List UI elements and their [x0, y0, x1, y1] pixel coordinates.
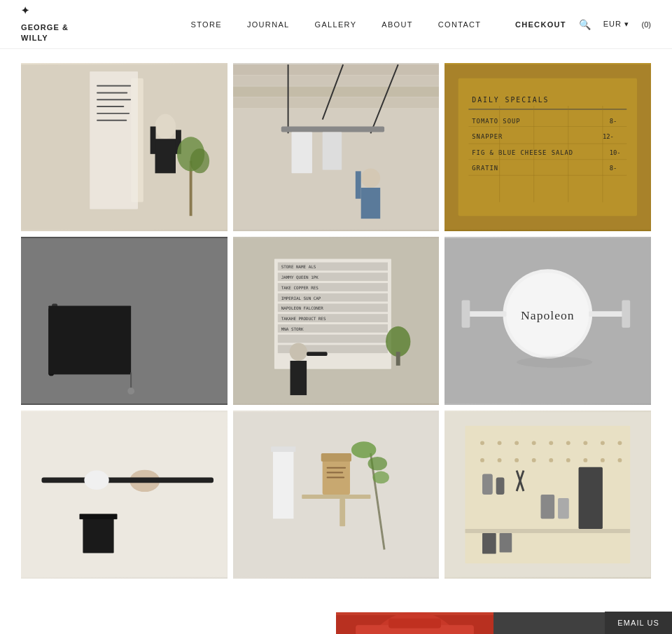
svg-point-130: [618, 458, 622, 462]
svg-text:DAILY SPECIALS: DAILY SPECIALS: [472, 96, 550, 104]
main-nav: STORE JOURNAL GALLERY ABOUT CONTACT: [191, 20, 482, 29]
svg-rect-80: [396, 352, 400, 366]
svg-point-122: [480, 458, 484, 462]
svg-rect-25: [281, 127, 384, 132]
svg-rect-139: [482, 533, 496, 553]
svg-text:8-: 8-: [610, 165, 617, 172]
svg-rect-26: [291, 132, 312, 173]
svg-rect-6: [97, 106, 124, 107]
footer-main: SIGN UP FOR OUR MAILER: [0, 584, 672, 634]
svg-point-116: [532, 441, 536, 445]
svg-rect-10: [155, 139, 176, 173]
svg-rect-109: [273, 450, 293, 518]
footer-image-area: [336, 612, 651, 634]
nav-contact[interactable]: CONTACT: [438, 20, 482, 29]
nav-gallery[interactable]: GALLERY: [315, 20, 357, 29]
svg-text:Napoleon: Napoleon: [521, 308, 575, 322]
svg-rect-103: [326, 472, 343, 474]
logo[interactable]: ✦ GEORGE & WILLY: [21, 4, 69, 43]
svg-point-121: [618, 441, 622, 445]
gallery-row-2: STORE NAME ALS JAMMY QUEEN 1PK TAKE COPP…: [21, 237, 651, 405]
svg-rect-137: [558, 498, 569, 518]
svg-rect-132: [496, 477, 505, 495]
svg-text:TAKAHE PRODUCT  RES: TAKAHE PRODUCT RES: [281, 317, 326, 321]
svg-rect-135: [579, 467, 603, 529]
svg-point-28: [360, 168, 380, 188]
svg-rect-8: [97, 120, 127, 121]
currency-label: EUR: [603, 20, 622, 28]
svg-text:SNAPPER: SNAPPER: [472, 133, 503, 140]
checkout-link[interactable]: CHECKOUT: [515, 20, 566, 29]
gallery-row-3: [21, 411, 651, 579]
gallery-item-2[interactable]: [233, 63, 440, 231]
svg-rect-67: [278, 335, 388, 343]
gallery-section: DAILY SPECIALS TOMATO SOUP 8- SNAPPER 12…: [0, 49, 672, 584]
currency-selector[interactable]: EUR ▾: [603, 20, 629, 29]
gallery-item-6[interactable]: Napoleon: [444, 237, 651, 405]
footer-image-left: [336, 612, 493, 634]
svg-rect-131: [482, 474, 493, 495]
gallery-item-8[interactable]: [233, 411, 440, 579]
svg-point-113: [480, 441, 484, 445]
svg-text:TAKE COPPER  RES: TAKE COPPER RES: [281, 286, 318, 290]
gallery-item-4[interactable]: [21, 237, 227, 405]
nav-about[interactable]: ABOUT: [382, 20, 413, 29]
cart-count[interactable]: (0): [642, 20, 651, 29]
gallery-item-1[interactable]: [21, 63, 227, 231]
footer-image-row: [336, 612, 651, 634]
logo-text-line2: WILLY: [21, 34, 48, 42]
svg-text:8-: 8-: [610, 118, 617, 125]
svg-rect-93: [41, 477, 214, 483]
svg-point-108: [372, 471, 389, 484]
svg-text:MNA  STORK: MNA STORK: [281, 327, 303, 331]
svg-rect-99: [340, 499, 345, 526]
nav-journal[interactable]: JOURNAL: [247, 20, 290, 29]
logo-icon: ✦: [21, 4, 30, 18]
svg-point-127: [566, 458, 570, 462]
svg-rect-110: [271, 446, 295, 452]
gallery-item-3[interactable]: DAILY SPECIALS TOMATO SOUP 8- SNAPPER 12…: [444, 63, 651, 231]
svg-rect-78: [307, 352, 327, 356]
svg-rect-91: [21, 412, 227, 577]
svg-point-76: [289, 343, 307, 361]
svg-point-57: [127, 387, 134, 394]
gallery-item-9[interactable]: [444, 411, 651, 579]
svg-point-107: [368, 457, 387, 471]
svg-rect-88: [462, 301, 470, 328]
svg-rect-27: [322, 132, 342, 170]
svg-rect-98: [302, 495, 370, 499]
svg-rect-77: [290, 361, 307, 395]
svg-rect-146: [388, 619, 441, 628]
svg-rect-4: [97, 92, 127, 93]
gallery-item-5[interactable]: STORE NAME ALS JAMMY QUEEN 1PK TAKE COPP…: [233, 237, 440, 405]
nav-store[interactable]: STORE: [191, 20, 222, 29]
svg-point-9: [155, 114, 176, 139]
svg-rect-87: [589, 311, 624, 317]
svg-rect-95: [79, 514, 117, 520]
logo-text-line1: GEORGE &: [21, 23, 69, 32]
svg-point-128: [584, 458, 588, 462]
svg-text:IMPERIAL  SUN CAP: IMPERIAL SUN CAP: [281, 296, 321, 301]
svg-rect-140: [500, 533, 512, 553]
footer-mailer: SIGN UP FOR OUR MAILER: [21, 612, 336, 634]
search-icon[interactable]: 🔍: [579, 19, 591, 30]
svg-point-15: [190, 149, 210, 173]
svg-rect-104: [326, 476, 344, 478]
svg-rect-102: [326, 467, 346, 469]
svg-text:10-: 10-: [610, 149, 621, 156]
svg-rect-89: [622, 301, 631, 328]
svg-point-90: [517, 357, 592, 368]
email-us-button[interactable]: Email us: [605, 612, 672, 634]
svg-point-117: [550, 441, 554, 445]
svg-rect-55: [48, 305, 131, 374]
svg-rect-18: [233, 64, 440, 75]
svg-point-129: [601, 458, 605, 462]
gallery-row-1: DAILY SPECIALS TOMATO SOUP 8- SNAPPER 12…: [21, 63, 651, 231]
svg-rect-21: [233, 97, 440, 108]
svg-rect-94: [83, 515, 113, 553]
svg-rect-30: [355, 171, 360, 198]
svg-text:JAMMY QUEEN  1PK: JAMMY QUEEN 1PK: [281, 275, 318, 280]
svg-text:NAPOLEON FALCONER: NAPOLEON FALCONER: [281, 306, 323, 310]
gallery-item-7[interactable]: [21, 411, 227, 579]
svg-rect-138: [465, 529, 631, 533]
